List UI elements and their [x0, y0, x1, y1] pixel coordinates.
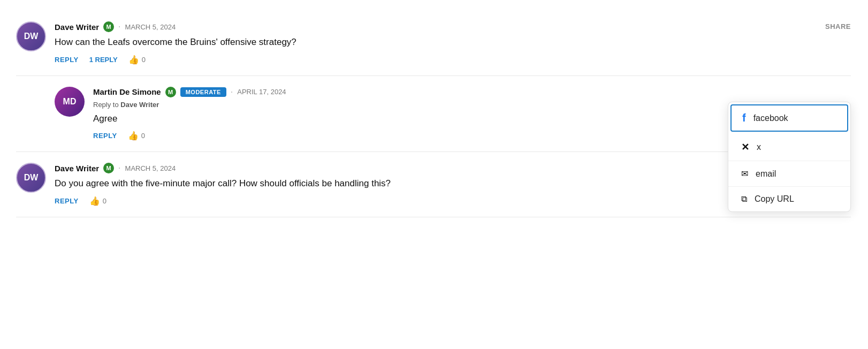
comment-actions: REPLY 1 REPLY 👍 0 [55, 55, 851, 65]
facebook-label: facebook [753, 113, 788, 123]
separator: · [118, 163, 120, 173]
separator: · [231, 87, 233, 97]
x-icon: ✕ [741, 141, 749, 153]
facebook-icon: f [742, 112, 746, 124]
email-icon: ✉ [741, 169, 748, 179]
comment-text: How can the Leafs overcome the Bruins' o… [55, 35, 851, 49]
comment-item: DW Dave Writer M · MARCH 5, 2024 Do you … [16, 152, 851, 217]
separator: · [118, 22, 120, 32]
like-button[interactable]: 👍 0 [89, 196, 106, 206]
comment-section: DW Dave Writer M · MARCH 5, 2024 How can… [16, 11, 851, 217]
mod-badge: M [103, 163, 114, 173]
replies-count[interactable]: 1 REPLY [89, 56, 118, 64]
comment-item: MD Martin De Simone M MODERATE · APRIL 1… [16, 76, 851, 153]
like-count: 0 [142, 56, 146, 64]
comment-body: Dave Writer M · MARCH 5, 2024 How can th… [55, 21, 851, 65]
email-label: email [756, 169, 776, 179]
copy-url-label: Copy URL [755, 194, 794, 204]
avatar-initials: DW [24, 32, 39, 41]
author-name: Dave Writer [55, 164, 99, 173]
mod-badge: M [165, 87, 176, 97]
thumbs-up-icon: 👍 [89, 196, 100, 206]
x-label: x [757, 142, 761, 152]
like-count: 0 [103, 197, 106, 205]
share-facebook-option[interactable]: f facebook [730, 104, 848, 132]
share-button[interactable]: SHARE [825, 22, 851, 31]
share-email-option[interactable]: ✉ email [728, 161, 850, 187]
thumbs-up-icon: 👍 [128, 131, 139, 141]
mod-badge: M [103, 21, 114, 32]
share-x-option[interactable]: ✕ x [728, 134, 850, 161]
reply-to-prefix: Reply to [93, 101, 119, 109]
reply-button[interactable]: REPLY [55, 197, 79, 205]
author-name: Martin De Simone [93, 87, 161, 96]
like-button[interactable]: 👍 0 [128, 131, 145, 141]
reply-button[interactable]: REPLY [93, 132, 117, 140]
comment-date: MARCH 5, 2024 [125, 23, 176, 31]
avatar: DW [16, 163, 46, 193]
author-name: Dave Writer [55, 22, 99, 32]
comment-date: APRIL 17, 2024 [237, 88, 286, 96]
avatar-initials: DW [24, 173, 39, 183]
avatar-initials: MD [63, 97, 77, 107]
share-dropdown: f facebook ✕ x ✉ email ⧉ Copy URL [728, 102, 851, 212]
like-button[interactable]: 👍 0 [128, 55, 146, 65]
moderate-badge: MODERATE [180, 87, 226, 97]
avatar: DW [16, 21, 46, 51]
share-copy-url-option[interactable]: ⧉ Copy URL [728, 187, 850, 211]
avatar: MD [55, 87, 85, 117]
reply-button[interactable]: REPLY [55, 56, 79, 64]
comment-date: MARCH 5, 2024 [125, 164, 176, 172]
comment-header: Dave Writer M · MARCH 5, 2024 [55, 21, 851, 32]
copy-icon: ⧉ [741, 194, 747, 204]
like-count: 0 [141, 132, 145, 140]
reply-to-author: Dave Writer [120, 101, 159, 109]
comment-item: DW Dave Writer M · MARCH 5, 2024 How can… [16, 11, 851, 76]
comment-header: Martin De Simone M MODERATE · APRIL 17, … [93, 87, 851, 97]
thumbs-up-icon: 👍 [128, 55, 139, 65]
